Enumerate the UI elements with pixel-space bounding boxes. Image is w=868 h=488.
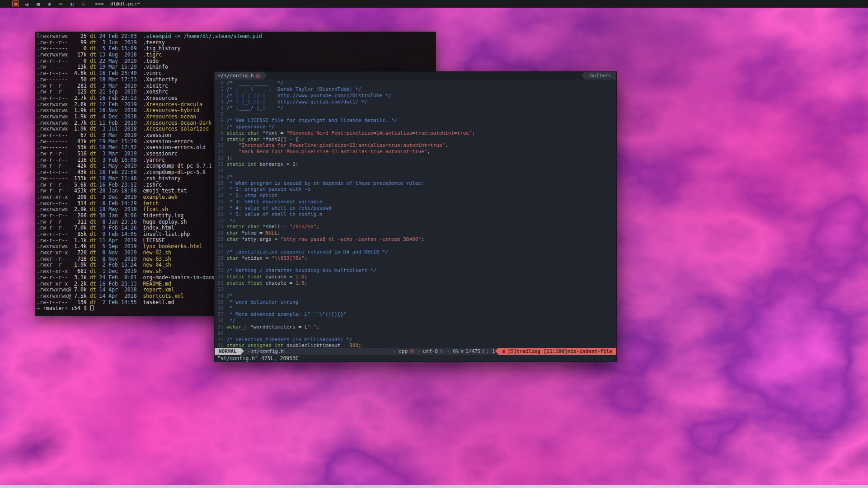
- code-line: 39 wchar_t *worddelimiters = L" ";: [215, 324, 616, 330]
- code-line: 28 char *vtiden = "\\033[?6c";: [215, 255, 616, 262]
- code-line: 40: [215, 330, 616, 337]
- code-line: 21 * 5: value of shell in config.h: [215, 211, 616, 218]
- code-line: 14: [215, 168, 616, 174]
- file-row: .rw-r--r-- 99 dt 3 Jun 2019 .teensy: [37, 40, 436, 46]
- code-line: 32 static float chscale = 1.0;: [215, 280, 616, 286]
- code-line: 33: [215, 286, 616, 293]
- code-line: 3 /* | |_| || | http://www.gitlab.com/dw…: [215, 99, 616, 105]
- code-line: 18 * 2: utmp option: [215, 192, 616, 199]
- code-line: 34 /*: [215, 293, 616, 299]
- bottom-panel: [0, 485, 868, 488]
- code-line: 6 /* See LICENSE file for copyright and …: [215, 117, 616, 124]
- filetype-icon: Ⓗ: [408, 348, 414, 355]
- code-line: 12 };: [215, 155, 616, 161]
- file-row: lrwxrwxrwx 25 dt 24 Feb 22:03 .steampid …: [37, 33, 436, 40]
- modified-icon: Ⓗ: [256, 73, 260, 79]
- vim-mode-indicator: NORMAL: [215, 348, 241, 355]
- code-line: 22 */: [215, 218, 616, 224]
- camera-icon[interactable]: ◉: [46, 0, 53, 7]
- buffers-separator-icon: [581, 72, 585, 79]
- code-line: 37 * More advanced example: L" `'\"()[]{…: [215, 311, 616, 318]
- code-line: 20 * 4: value of shell in /etc/passwd: [215, 205, 616, 211]
- lint-warnings: ≡ [5]trailing [11:100]mix-indent-file: [498, 348, 616, 355]
- layout-indicator: ><>: [95, 1, 104, 7]
- code-line: 13 static int borderpx = 2;: [215, 161, 616, 168]
- focused-window-title: dt@dt-pc:~: [110, 1, 140, 7]
- code-line: 24 char *utmp = NULL;: [215, 230, 616, 236]
- mode-separator-icon: [241, 348, 244, 354]
- display-icon[interactable]: ▭: [57, 0, 64, 7]
- code-line: 35 * word delimiter string: [215, 299, 616, 305]
- code-line: 25 char *stty_args = "stty raw pass8 nl …: [215, 236, 616, 243]
- record-icon[interactable]: ◎: [80, 0, 87, 7]
- app-grid-icon[interactable]: ▦: [12, 0, 19, 7]
- code-line: 1 /* | _ \_ _| Derek Taylor (DistroTube)…: [215, 86, 616, 93]
- encoding-indicator: utf-8: [423, 348, 438, 355]
- code-line: 42 static unsigned int doubleclicktimeou…: [215, 343, 616, 348]
- buffers-tab[interactable]: buffers: [585, 72, 616, 80]
- top-panel: ▦◪▨◉▭◧◎ ><> dt@dt-pc:~: [0, 0, 868, 8]
- code-line: 19 * 3: SHELL environment variable: [215, 199, 616, 205]
- code-line: 23 static char *shell = "/bin/sh";: [215, 224, 616, 230]
- warning-icon: ≡: [502, 348, 506, 354]
- code-line: 8 static char *font = "Mononoki Nerd Fon…: [215, 130, 616, 136]
- code-line: 38 */: [215, 318, 616, 324]
- chevron-right-icon: ›: [244, 348, 251, 355]
- chevron-left-icon: ‹: [414, 348, 423, 355]
- code-line: 17 * 1: program passed with -e: [215, 186, 616, 192]
- warning-separator-icon: [495, 348, 498, 354]
- command-line: "st/config.h" 475L, 20953C: [215, 355, 616, 361]
- code-line: 36 *: [215, 305, 616, 311]
- file-manager-icon[interactable]: ◧: [69, 0, 75, 7]
- edit-icon[interactable]: ◪: [23, 0, 30, 7]
- file-row: .rw------- 0 dt 5 Feb 15:09 .tig_history: [37, 46, 436, 52]
- chevron-left-icon: ‹: [390, 348, 399, 355]
- code-line: 9 static char *font2[] = {: [215, 136, 616, 143]
- file-row: .rwxrwxrwx 17k dt 13 Aug 2018 .tigrc: [37, 52, 436, 58]
- code-line: 15 /*: [215, 174, 616, 180]
- terminal-cursor: [90, 305, 94, 310]
- tab-separator-icon: [263, 72, 267, 79]
- statusline-spacer: [287, 348, 390, 355]
- code-line: 7 /* appearance */: [215, 124, 616, 130]
- tabline-spacer: [267, 72, 581, 80]
- scroll-percent: 0%: [453, 348, 459, 355]
- code-line: 10 "Inconsolata for Powerline:pixelsize=…: [215, 142, 616, 149]
- chevron-left-icon: ‹: [445, 348, 453, 355]
- code-line: 0 /* ____ _____ */: [215, 80, 616, 86]
- code-line: 41 /* selection timeouts (in millisecond…: [215, 337, 616, 343]
- taskbar-icons: ▦◪▨◉▭◧◎: [0, 0, 87, 7]
- code-line: 11 "Hack Nerd Font Mono:pixelsize=11:ant…: [215, 149, 616, 155]
- tab-path: ~/s/config.h: [218, 73, 253, 79]
- code-line: 5: [215, 111, 616, 117]
- filetype-indicator: cpp: [399, 348, 408, 355]
- desktop: ▦◪▨◉▭◧◎ ><> dt@dt-pc:~ lrwxrwxrwx 25 dt …: [0, 0, 868, 488]
- code-line: 16 * What program is execed by st depend…: [215, 180, 616, 187]
- statusline: NORMAL › st/config.h ‹ cpp Ⓗ ‹ utf-8 ϟ ‹…: [215, 348, 616, 355]
- code-line: 26: [215, 243, 616, 249]
- lines-icon: ≡: [459, 348, 465, 355]
- statusline-filename: st/config.h: [251, 348, 287, 355]
- editor-code[interactable]: 0 /* ____ _____ */ 1 /* | _ \_ _| Derek …: [215, 80, 616, 348]
- tab-config-h[interactable]: ~/s/config.h Ⓗ: [215, 72, 263, 80]
- file-row: .rw------- 13k dt 19 Mar 15:29 .viminfo: [37, 64, 436, 70]
- code-line: 27 /* identification sequence returned i…: [215, 249, 616, 255]
- file-row: .rw-r--r-- 0 dt 22 May 2019 .todo: [37, 58, 436, 65]
- code-line: 31 static float cwscale = 1.0;: [215, 274, 616, 280]
- image-viewer-icon[interactable]: ▨: [35, 0, 42, 7]
- cursor-position: 1/475: [465, 348, 480, 355]
- os-icon: ϟ: [438, 348, 445, 355]
- line-icon: ℓ: [480, 348, 486, 355]
- code-line: 29: [215, 261, 616, 267]
- code-line: 4 /* |____/ |_| */: [215, 105, 616, 111]
- warning-text: [5]trailing [11:100]mix-indent-file: [507, 348, 612, 354]
- code-line: 30 /* Kerning / character bounding-box m…: [215, 267, 616, 274]
- cursor-column: : 1: [486, 348, 495, 355]
- editor-window[interactable]: ~/s/config.h Ⓗ buffers 0 /* ____ _____ *…: [214, 71, 617, 362]
- editor-tabline: ~/s/config.h Ⓗ buffers: [215, 72, 616, 80]
- code-line: 2 /* | | | || | http://www.youtube.com/c…: [215, 93, 616, 99]
